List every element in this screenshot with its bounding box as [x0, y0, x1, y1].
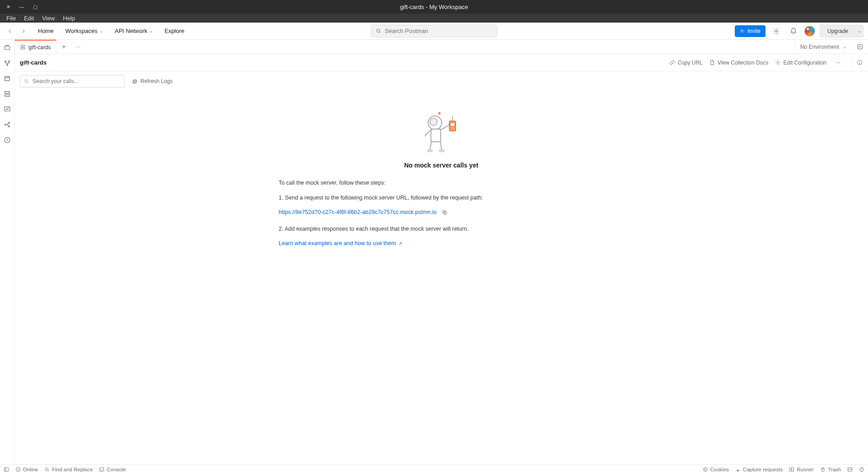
svg-point-0 — [377, 29, 380, 33]
history-rail-icon[interactable] — [3, 135, 12, 144]
nav-workspaces[interactable]: Workspaces⌄ — [61, 25, 107, 37]
environments-rail-icon[interactable] — [3, 74, 12, 83]
settings-button[interactable] — [770, 25, 783, 37]
svg-point-43 — [705, 469, 705, 469]
refresh-icon — [132, 79, 138, 84]
info-icon — [857, 59, 863, 66]
find-replace-label: Find and Replace — [52, 467, 93, 472]
svg-point-13 — [8, 126, 9, 127]
search-calls-input[interactable] — [33, 78, 121, 84]
close-window-icon[interactable]: ✕ — [5, 4, 11, 9]
astronaut-illustration — [414, 109, 468, 154]
nav-api-network-label: API Network — [115, 28, 147, 34]
learn-examples-link[interactable]: Learn what examples are and how to use t… — [279, 240, 402, 246]
capture-requests-button[interactable]: Capture requests — [735, 467, 783, 472]
global-search[interactable] — [371, 25, 497, 37]
menu-help[interactable]: Help — [59, 14, 79, 23]
minimize-window-icon[interactable]: — — [19, 4, 24, 9]
sync-status[interactable]: Online — [15, 467, 38, 472]
new-tab-button[interactable] — [56, 40, 71, 54]
top-bar: Home Workspaces⌄ API Network⌄ Explore In… — [0, 23, 868, 40]
edit-configuration-button[interactable]: Edit Configuration — [775, 60, 826, 66]
filter-row: Refresh Logs — [14, 71, 868, 91]
svg-point-11 — [5, 124, 6, 125]
copy-url-button[interactable]: Copy URL — [669, 60, 703, 66]
environment-selector[interactable]: No Environment ⌄ — [795, 40, 852, 54]
svg-rect-16 — [21, 48, 25, 49]
svg-rect-9 — [5, 94, 9, 96]
nav-back-button[interactable] — [5, 26, 15, 37]
refresh-logs-button[interactable]: Refresh Logs — [132, 78, 173, 84]
nav-api-network[interactable]: API Network⌄ — [110, 25, 157, 37]
runner-label: Runner — [797, 467, 814, 472]
upgrade-button[interactable]: Upgrade — [820, 25, 855, 37]
mock-server-url-link[interactable]: https://8e752d70-c27c-4f6f-86b2-ab29c7c7… — [279, 207, 437, 218]
trash-button[interactable]: Trash — [820, 467, 841, 472]
global-search-input[interactable] — [385, 28, 492, 34]
console-button[interactable]: Console — [99, 467, 126, 472]
menu-file[interactable]: File — [3, 14, 19, 23]
search-calls-field[interactable] — [20, 75, 125, 88]
user-avatar[interactable] — [804, 26, 815, 37]
two-pane-button[interactable] — [847, 467, 853, 472]
view-collection-docs-button[interactable]: View Collection Docs — [709, 60, 769, 66]
svg-point-5 — [8, 61, 9, 62]
invite-button[interactable]: Invite — [735, 25, 765, 37]
upgrade-dropdown[interactable]: ⌄ — [855, 25, 863, 37]
svg-point-44 — [705, 469, 706, 470]
svg-point-27 — [439, 112, 441, 115]
notifications-button[interactable] — [787, 25, 800, 37]
copy-url-icon-button[interactable] — [440, 208, 449, 217]
page-header: gift-cards Copy URL View Collection Docs… — [14, 54, 868, 71]
mock-server-icon — [20, 44, 26, 50]
svg-rect-3 — [5, 46, 9, 50]
environment-quick-look[interactable] — [852, 43, 868, 50]
search-icon — [44, 467, 50, 472]
window-titlebar: ✕ — ▢ gift-cards - My Workspace — [0, 0, 868, 14]
chevron-down-icon: ⌄ — [149, 28, 153, 33]
apis-rail-icon[interactable] — [3, 59, 12, 68]
svg-point-31 — [439, 150, 444, 152]
svg-point-35 — [452, 116, 453, 118]
search-icon — [24, 79, 29, 84]
flows-rail-icon[interactable] — [3, 120, 12, 129]
collections-rail-icon[interactable] — [3, 43, 12, 52]
tab-gift-cards[interactable]: gift-cards — [14, 40, 56, 54]
gear-icon — [775, 60, 781, 65]
capture-label: Capture requests — [743, 467, 783, 472]
tab-actions-button[interactable] — [71, 40, 85, 54]
nav-forward-button[interactable] — [18, 26, 29, 37]
cookies-button[interactable]: Cookies — [703, 467, 729, 472]
svg-rect-41 — [100, 468, 104, 471]
more-actions-button[interactable] — [833, 57, 844, 68]
help-button[interactable] — [859, 467, 864, 472]
layout-icon — [847, 467, 853, 472]
nav-home-label: Home — [38, 28, 54, 34]
svg-point-17 — [76, 46, 77, 47]
mock-servers-rail-icon[interactable] — [3, 89, 12, 98]
menu-edit[interactable]: Edit — [20, 14, 37, 23]
cookie-icon — [703, 467, 708, 472]
find-replace-button[interactable]: Find and Replace — [44, 467, 93, 472]
sidebar-toggle-button[interactable] — [4, 467, 9, 472]
external-link-icon: ↗ — [397, 241, 402, 246]
nav-workspaces-label: Workspaces — [65, 28, 98, 34]
copy-url-label: Copy URL — [678, 60, 703, 66]
left-rail — [0, 40, 14, 464]
svg-point-50 — [862, 470, 862, 471]
svg-point-39 — [16, 467, 20, 471]
environment-label: No Environment — [800, 44, 839, 50]
search-icon — [376, 28, 381, 34]
learn-examples-label: Learn what examples are and how to use t… — [279, 240, 396, 246]
monitors-rail-icon[interactable] — [3, 105, 12, 114]
nav-explore[interactable]: Explore — [160, 25, 189, 37]
svg-point-12 — [8, 122, 9, 124]
trash-icon — [820, 467, 826, 472]
nav-home[interactable]: Home — [33, 25, 58, 37]
svg-point-4 — [5, 61, 6, 62]
runner-button[interactable]: Runner — [789, 467, 814, 472]
chevron-down-icon: ⌄ — [858, 28, 861, 33]
menu-view[interactable]: View — [38, 14, 58, 23]
maximize-window-icon[interactable]: ▢ — [33, 4, 38, 9]
info-button[interactable] — [852, 57, 863, 68]
